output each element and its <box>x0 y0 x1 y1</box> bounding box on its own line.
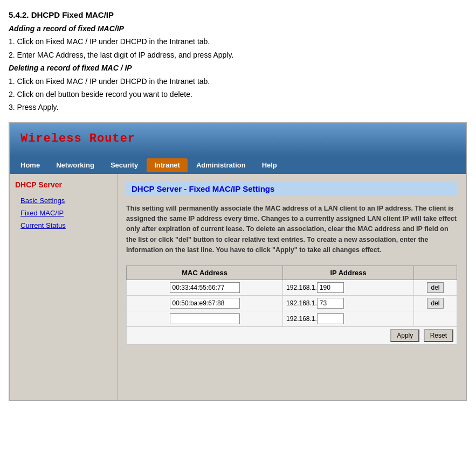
mac-input-1[interactable] <box>170 282 240 293</box>
sidebar: DHCP Server Basic Settings Fixed MAC/IP … <box>10 174 118 400</box>
col-mac-header: MAC Address <box>127 266 283 280</box>
add-step-2: 2. Enter MAC Address, the last digit of … <box>9 49 467 61</box>
nav-administration[interactable]: Administration <box>189 158 253 172</box>
reset-button[interactable]: Reset <box>424 329 453 342</box>
mac-cell-1[interactable] <box>127 280 283 295</box>
router-title: Wireless Router <box>20 132 135 145</box>
doc-heading: 5.4.2. DHCPD Fixed MAC/IP <box>9 9 467 22</box>
nav-intranet[interactable]: Intranet <box>147 158 188 172</box>
del-button-1[interactable]: del <box>427 282 443 293</box>
col-action-header <box>414 266 457 280</box>
router-header: Wireless Router <box>10 123 466 156</box>
nav-networking[interactable]: Networking <box>49 158 102 172</box>
nav-security[interactable]: Security <box>103 158 146 172</box>
ip-prefix-3: 192.168.1. <box>286 315 317 323</box>
table-row: 192.168.1. del <box>127 295 457 311</box>
del-step-2: 2. Click on del button beside record you… <box>9 88 467 100</box>
del-button-2[interactable]: del <box>427 298 443 309</box>
add-step-1: 1. Click on Fixed MAC / IP under DHCPD i… <box>9 36 467 47</box>
content-area: DHCP Server Basic Settings Fixed MAC/IP … <box>10 174 466 400</box>
mac-cell-3[interactable] <box>127 311 283 326</box>
action-row: Apply Reset <box>127 326 457 344</box>
sidebar-link-basic-settings[interactable]: Basic Settings <box>20 197 112 205</box>
ip-input-3[interactable] <box>317 313 344 324</box>
ip-cell-3: 192.168.1. <box>283 311 414 326</box>
sidebar-link-current-status[interactable]: Current Status <box>20 221 112 229</box>
del-cell-1[interactable]: del <box>414 280 457 295</box>
del-cell-2[interactable]: del <box>414 295 457 311</box>
add-title: Adding a record of fixed MAC/IP <box>9 23 467 34</box>
sidebar-link-fixed-mac-ip[interactable]: Fixed MAC/IP <box>20 209 112 217</box>
sidebar-section-title: DHCP Server <box>15 180 112 189</box>
ip-cell-2: 192.168.1. <box>283 295 414 311</box>
ip-input-1[interactable] <box>317 282 344 293</box>
description: This setting will permanently associate … <box>126 204 457 256</box>
mac-table: MAC Address IP Address 192.168.1. <box>126 266 457 345</box>
del-step-3: 3. Press Apply. <box>9 101 467 113</box>
del-title: Deleting a record of fixed MAC / IP <box>9 62 467 74</box>
nav-help[interactable]: Help <box>254 158 285 172</box>
main-content: DHCP Server - Fixed MAC/IP Settings This… <box>118 174 466 400</box>
router-ui: Wireless Router Home Networking Security… <box>9 122 467 401</box>
del-step-1: 1. Click on Fixed MAC / IP under DHCPD i… <box>9 75 467 87</box>
ip-prefix-2: 192.168.1. <box>286 299 317 307</box>
del-cell-3 <box>414 311 457 326</box>
ip-prefix-1: 192.168.1. <box>286 284 317 291</box>
doc-section: 5.4.2. DHCPD Fixed MAC/IP Adding a recor… <box>9 9 467 114</box>
page-title: DHCP Server - Fixed MAC/IP Settings <box>126 181 457 196</box>
mac-input-2[interactable] <box>170 298 240 309</box>
ip-input-2[interactable] <box>317 298 344 309</box>
table-row: 192.168.1. <box>127 311 457 326</box>
nav-home[interactable]: Home <box>13 158 47 172</box>
button-cell: Apply Reset <box>127 326 457 344</box>
nav-bar: Home Networking Security Intranet Admini… <box>10 156 466 174</box>
col-ip-header: IP Address <box>283 266 414 280</box>
table-row: 192.168.1. del <box>127 280 457 295</box>
ip-cell-1: 192.168.1. <box>283 280 414 295</box>
mac-input-3[interactable] <box>170 313 240 324</box>
apply-button[interactable]: Apply <box>390 329 419 342</box>
mac-cell-2[interactable] <box>127 295 283 311</box>
